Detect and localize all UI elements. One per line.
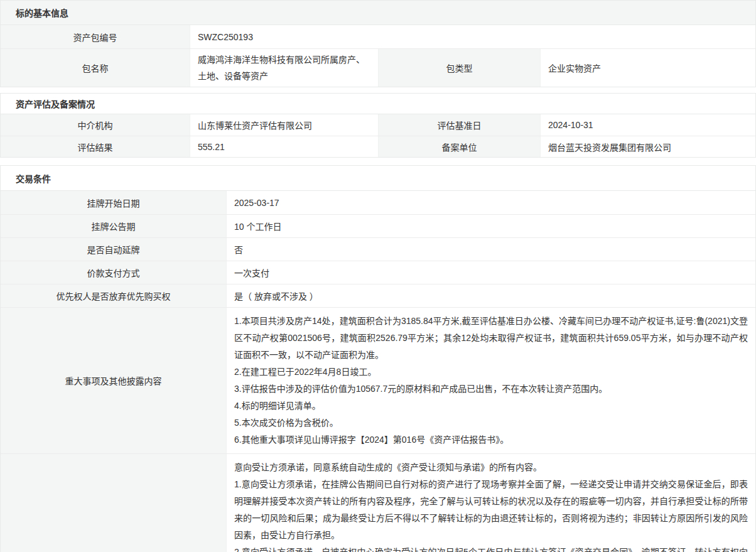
section-title-basic-info: 标的基本信息 xyxy=(1,1,755,25)
disclosure-line: 1.本项目共涉及房产14处，建筑面积合计为3185.84平方米,截至评估基准日办… xyxy=(234,313,748,364)
value-intermediary-agency: 山东博莱仕资产评估有限公司 xyxy=(190,114,379,136)
asset-listing-detail-page: 标的基本信息 资产包编号 SWZC250193 包名称 威海鸿沣海洋生物科技有限… xyxy=(0,0,756,552)
label-appraisal-result: 评估结果 xyxy=(1,136,190,157)
value-major-disclosure: 1.本项目共涉及房产14处，建筑面积合计为3185.84平方米,截至评估基准日办… xyxy=(227,308,755,453)
value-appraisal-result: 555.21 xyxy=(190,136,379,157)
value-transferee-commitment: 意向受让方须承诺，同意系统自动生成的《资产受让须知与承诺》的所有内容。 1.意向… xyxy=(227,454,755,552)
label-payment-method: 价款支付方式 xyxy=(1,261,227,284)
label-auto-extension: 是否自动延牌 xyxy=(1,238,227,261)
section-basic-info: 标的基本信息 资产包编号 SWZC250193 包名称 威海鸿沣海洋生物科技有限… xyxy=(0,0,756,87)
value-listing-start-date: 2025-03-17 xyxy=(227,191,755,214)
label-listing-announcement-period: 挂牌公告期 xyxy=(1,215,227,237)
label-preemptive-right-waiver: 优先权人是否放弃优先购买权 xyxy=(1,284,227,307)
section-title-transaction-terms: 交易条件 xyxy=(1,166,755,191)
table-row: 挂牌公告期 10 个工作日 xyxy=(1,214,755,237)
value-payment-method: 一次支付 xyxy=(227,261,755,284)
value-package-type: 企业实物资产 xyxy=(541,49,755,87)
section-appraisal-filing: 资产评估及备案情况 中介机构 山东博莱仕资产评估有限公司 评估基准日 2024-… xyxy=(0,93,756,158)
table-row: 中介机构 山东博莱仕资产评估有限公司 评估基准日 2024-10-31 xyxy=(1,114,755,136)
value-auto-extension: 否 xyxy=(227,238,755,261)
commitment-line: 2.意向受让方须承诺，自被产权中心确定为受让方的次日起5个工作日内与转让方签订《… xyxy=(234,544,748,552)
table-row: 是否自动延牌 否 xyxy=(1,237,755,261)
label-transferee-commitment xyxy=(1,454,227,552)
value-filing-unit: 烟台蓝天投资发展集团有限公司 xyxy=(541,136,755,157)
label-appraisal-base-date: 评估基准日 xyxy=(379,114,541,136)
disclosure-line: 2.在建工程已于2022年4月8日竣工。 xyxy=(234,364,748,381)
commitment-line: 1.意向受让方须承诺，在挂牌公告期间已自行对标的资产进行了现场考察并全面了解，一… xyxy=(234,476,748,544)
label-listing-start-date: 挂牌开始日期 xyxy=(1,191,227,214)
table-row: 意向受让方须承诺，同意系统自动生成的《资产受让须知与承诺》的所有内容。 1.意向… xyxy=(1,453,755,552)
table-row: 挂牌开始日期 2025-03-17 xyxy=(1,191,755,214)
value-package-name: 威海鸿沣海洋生物科技有限公司所属房产、土地、设备等资产 xyxy=(190,49,379,87)
table-row: 价款支付方式 一次支付 xyxy=(1,261,755,284)
table-row: 重大事项及其他披露内容 1.本项目共涉及房产14处，建筑面积合计为3185.84… xyxy=(1,307,755,453)
table-row: 优先权人是否放弃优先购买权 是（ 放弃或不涉及 ） xyxy=(1,284,755,307)
label-major-disclosure: 重大事项及其他披露内容 xyxy=(1,308,227,453)
label-asset-package-no: 资产包编号 xyxy=(1,25,190,48)
label-package-type: 包类型 xyxy=(379,49,541,87)
disclosure-line: 5.本次成交价格为含税价。 xyxy=(234,414,748,431)
disclosure-line: 3.评估报告中涉及的评估价值为10567.7元的原材料和产成品已出售，不在本次转… xyxy=(234,381,748,398)
value-listing-announcement-period: 10 个工作日 xyxy=(227,215,755,237)
value-preemptive-right-waiver: 是（ 放弃或不涉及 ） xyxy=(227,284,755,307)
table-row: 包名称 威海鸿沣海洋生物科技有限公司所属房产、土地、设备等资产 包类型 企业实物… xyxy=(1,48,755,87)
section-title-appraisal-filing: 资产评估及备案情况 xyxy=(1,94,755,114)
value-appraisal-base-date: 2024-10-31 xyxy=(541,114,755,136)
value-asset-package-no: SWZC250193 xyxy=(190,25,755,48)
disclosure-line: 4.标的明细详见清单。 xyxy=(234,398,748,414)
commitment-line: 意向受让方须承诺，同意系统自动生成的《资产受让须知与承诺》的所有内容。 xyxy=(234,459,748,476)
disclosure-line: 6.其他重大事项详见山博评报字【2024】第016号《资产评估报告书》。 xyxy=(234,431,748,448)
label-intermediary-agency: 中介机构 xyxy=(1,114,190,136)
section-transaction-terms: 交易条件 挂牌开始日期 2025-03-17 挂牌公告期 10 个工作日 是否自… xyxy=(0,165,756,552)
table-row: 评估结果 555.21 备案单位 烟台蓝天投资发展集团有限公司 xyxy=(1,136,755,157)
label-filing-unit: 备案单位 xyxy=(379,136,541,157)
table-row: 资产包编号 SWZC250193 xyxy=(1,25,755,48)
label-package-name: 包名称 xyxy=(1,49,190,87)
